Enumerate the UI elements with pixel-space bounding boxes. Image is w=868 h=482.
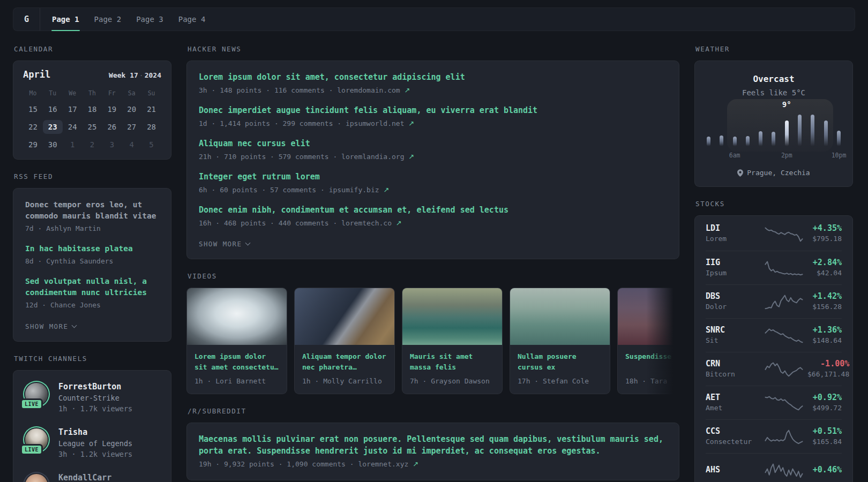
weather-time-label: 10pm (832, 152, 847, 159)
video-card[interactable]: Suspendisse diam18h · Tara (617, 288, 679, 394)
tab-page-4[interactable]: Page 4 (171, 8, 213, 31)
stock-row[interactable]: DBSDolor+1.42%$156.28 (706, 284, 842, 318)
twitch-section-title: TWITCH CHANNELS (14, 355, 171, 363)
weather-bar (811, 115, 814, 146)
hackernews-item: Donec imperdiet augue tincidunt felis al… (199, 105, 667, 129)
calendar-grid: MoTuWeThFrSaSu15161718192021222324252627… (23, 88, 161, 152)
stock-row[interactable]: AETAmet+0.92%$499.72 (706, 386, 842, 419)
app-logo[interactable]: G (13, 14, 40, 24)
stock-sparkline (765, 361, 803, 377)
twitch-channel[interactable]: LIVEForrestBurtonCounter-Strike1h · 1.7k… (23, 381, 161, 414)
rss-show-more-button[interactable]: SHOW MORE (25, 322, 76, 330)
weather-bar (746, 136, 750, 146)
hackernews-section: HACKER NEWS Lorem ipsum dolor sit amet, … (186, 45, 679, 259)
stock-sparkline (765, 327, 803, 343)
stock-sparkline (765, 293, 803, 310)
hackernews-item-link[interactable]: Aliquam nec cursus elit (199, 138, 667, 150)
calendar-widget: April Week 17·2024 MoTuWeThFrSaSu1516171… (13, 61, 171, 160)
weather-bar (837, 131, 841, 146)
stock-change: +0.92% (807, 393, 842, 402)
stocks-section-title: STOCKS (695, 200, 853, 208)
calendar-day: 27 (122, 120, 141, 134)
tab-page-1[interactable]: Page 1 (44, 8, 87, 31)
stock-symbol-block: LDILorem (706, 223, 760, 244)
hackernews-item-link[interactable]: Integer eget rutrum lorem (199, 171, 667, 183)
hackernews-widget: Lorem ipsum dolor sit amet, consectetur … (186, 61, 679, 259)
twitch-channel-name: ForrestBurton (58, 381, 132, 392)
video-card-body: Lorem ipsum dolor sit amet consectetu…1h… (187, 345, 287, 394)
stock-price: $795.18 (807, 234, 842, 244)
stock-row[interactable]: SNRCSit+1.36%$148.64 (706, 318, 842, 352)
twitch-channel[interactable]: KendallCarr (23, 472, 161, 482)
avatar: LIVE (25, 428, 48, 451)
stock-symbol: CRN (706, 359, 760, 368)
show-more-label: SHOW MORE (199, 240, 242, 248)
hackernews-item-link[interactable]: Donec imperdiet augue tincidunt felis al… (199, 105, 667, 117)
stock-symbol: LDI (706, 223, 760, 233)
external-link-icon: ↗ (413, 460, 418, 468)
twitch-channel-game: League of Legends (58, 439, 132, 448)
tab-page-3[interactable]: Page 3 (129, 8, 171, 31)
calendar-day: 2 (83, 138, 102, 152)
videos-section: VIDEOS Lorem ipsum dolor sit amet consec… (186, 272, 679, 394)
stocks-list: LDILorem+4.35%$795.18IIGIpsum+2.84%$42.0… (706, 217, 842, 482)
calendar-day: 15 (23, 102, 43, 116)
subreddit-widget: Maecenas mollis pulvinar erat non posuer… (186, 423, 679, 480)
calendar-day: 17 (63, 102, 83, 116)
stock-row[interactable]: CCSConsectetur+0.51%$165.84 (706, 419, 842, 453)
calendar-day-header: Sa (122, 88, 141, 99)
stocks-section: STOCKS LDILorem+4.35%$795.18IIGIpsum+2.8… (694, 200, 853, 482)
calendar-day: 28 (141, 120, 161, 134)
live-badge: LIVE (20, 444, 43, 455)
rss-item-link[interactable]: In hac habitasse platea (25, 243, 159, 254)
subreddit-list: Maecenas mollis pulvinar erat non posuer… (199, 434, 667, 469)
stock-change-block: +1.42%$156.28 (807, 291, 842, 312)
weather-bar (733, 137, 737, 146)
tab-page-2[interactable]: Page 2 (87, 8, 129, 31)
hackernews-item-link[interactable]: Donec enim nibh, condimentum et accumsan… (199, 205, 667, 216)
subreddit-post-link[interactable]: Maecenas mollis pulvinar erat non posuer… (199, 434, 667, 457)
hackernews-section-title: HACKER NEWS (188, 45, 679, 53)
stock-price: $165.84 (807, 437, 842, 447)
hackernews-show-more-button[interactable]: SHOW MORE (199, 240, 250, 248)
stock-name: Lorem (706, 234, 760, 244)
stock-sparkline (765, 260, 803, 276)
stock-change: +1.42% (807, 291, 842, 301)
calendar-day: 4 (122, 138, 141, 152)
rss-item-meta: 8d · Cynthia Saunders (25, 257, 159, 266)
stock-symbol: SNRC (706, 325, 760, 335)
stock-name: Amet (706, 403, 760, 413)
chevron-down-icon (72, 323, 77, 328)
hackernews-item-link[interactable]: Lorem ipsum dolor sit amet, consectetur … (199, 72, 667, 84)
avatar: LIVE (25, 383, 48, 405)
rss-item-link[interactable]: Sed volutpat nulla nisl, a condimentum n… (25, 276, 159, 298)
video-meta: 17h · Stefan Cole (518, 376, 602, 386)
calendar-week-info: Week 17·2024 (109, 71, 161, 79)
stock-row[interactable]: LDILorem+4.35%$795.18 (706, 217, 842, 251)
weather-feels-like: Feels like 5°C (705, 88, 843, 97)
stock-symbol-block: SNRCSit (706, 325, 760, 345)
hackernews-item-meta-text: 21h · 710 points · 579 comments · loreml… (199, 153, 408, 161)
video-card[interactable]: Nullam posuere cursus ex17h · Stefan Col… (510, 288, 610, 394)
hackernews-item: Aliquam nec cursus elit21h · 710 points … (199, 138, 667, 162)
video-card-body: Mauris sit amet massa felis7h · Grayson … (402, 345, 502, 394)
stock-symbol-block: DBSDolor (706, 291, 760, 312)
chevron-down-icon (245, 240, 251, 246)
stock-row[interactable]: IIGIpsum+2.84%$42.04 (706, 251, 842, 284)
video-card[interactable]: Aliquam tempor dolor nec pharetra…1h · M… (294, 288, 395, 394)
calendar-day-header: Th (83, 88, 102, 99)
stock-row[interactable]: AHS+0.46% (706, 453, 842, 482)
calendar-day: 29 (23, 138, 43, 152)
stock-row[interactable]: CRNBitcorn-1.00%$66,171.48 (706, 352, 842, 386)
twitch-channel[interactable]: LIVETrishaLeague of Legends3h · 1.2k vie… (23, 427, 161, 460)
stock-name: Consectetur (706, 437, 760, 447)
video-card[interactable]: Lorem ipsum dolor sit amet consectetu…1h… (186, 288, 287, 394)
weather-bar (720, 135, 723, 146)
video-card[interactable]: Mauris sit amet massa felis7h · Grayson … (402, 288, 503, 394)
rss-item-meta: 12d · Chance Jones (25, 300, 159, 310)
video-title: Suspendisse diam (625, 351, 679, 373)
stocks-widget: LDILorem+4.35%$795.18IIGIpsum+2.84%$42.0… (694, 215, 853, 482)
rss-item: In hac habitasse platea8d · Cynthia Saun… (25, 243, 159, 266)
rss-item-link[interactable]: Donec tempor eros leo, ut commodo mauris… (25, 199, 159, 222)
stock-name: Sit (706, 336, 760, 345)
